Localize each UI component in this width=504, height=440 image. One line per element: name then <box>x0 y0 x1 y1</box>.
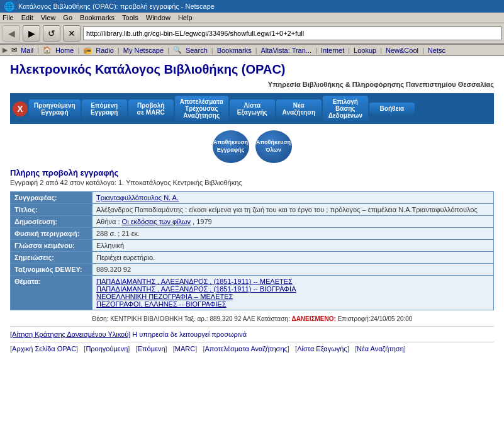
divider: | <box>77 47 79 54</box>
stop-button[interactable]: ✕ <box>63 25 81 42</box>
subject-link-1[interactable]: ΠΑΠΑΔΙΑΜΑΝΤΗΣ , ΑΛΕΞΑΝΔΡΟΣ , (1851-1911)… <box>96 278 490 285</box>
field-value-subjects: ΠΑΠΑΔΙΑΜΑΝΤΗΣ , ΑΛΕΞΑΝΔΡΟΣ , (1851-1911)… <box>92 276 494 310</box>
link-home[interactable]: Home <box>55 47 74 54</box>
nav-export[interactable]: Λίστα Εξαγωγής <box>230 99 275 118</box>
links-bar: ▶ ✉ Mail | 🏠 Home | 📻 Radio | My Netscap… <box>0 45 504 56</box>
status-section: Θέση: ΚΕΝΤΡΙΚΗ ΒΙΒΛΙΟΘΗΚΗ Ταξ. αρ.: 889.… <box>10 315 494 322</box>
field-label-physical: Φυσική περιγραφή: <box>11 228 92 240</box>
forward-button[interactable]: ▶ <box>23 25 40 42</box>
link-mynetscape[interactable]: My Netscape <box>123 47 164 54</box>
loan-section: [Αίτηση Κράτησης Δανεισμένου Υλικού] Η υ… <box>10 330 494 338</box>
loan-link[interactable]: [Αίτηση Κράτησης Δανεισμένου Υλικού] <box>10 330 130 338</box>
link-bookmarks[interactable]: Bookmarks <box>217 47 252 54</box>
reload-button[interactable]: ↺ <box>43 25 60 42</box>
bracket-close4: ] <box>195 345 197 353</box>
title-bar: 🌐 Κατάλογος Βιβλιοθήκης (OPAC): προβολή … <box>0 0 504 13</box>
subject-link-2[interactable]: ΠΑΠΑΔΙΑΜΑΝΤΗΣ , ΑΛΕΞΑΝΔΡΟΣ , (1851-1911)… <box>96 285 490 293</box>
divider: | <box>315 47 317 54</box>
nav-previous[interactable]: Προηγούμενη Εγγραφή <box>29 99 81 118</box>
nav-close-button[interactable]: X <box>13 101 28 116</box>
field-value-title: Αλέξανδρος Παπαδιαμάντης : είκοσι κείμεν… <box>92 204 494 216</box>
bottom-link-prev[interactable]: Προηγούμενη <box>86 345 128 353</box>
bracket-close5: ] <box>288 345 289 353</box>
link-lookup[interactable]: Lookup <box>354 47 376 54</box>
table-row: Συγγραφέας: Τριανταφυλλόπουλος Ν. Α. <box>11 192 494 204</box>
link-radio[interactable]: Radio <box>96 47 114 54</box>
nav-next[interactable]: Επόμενη Εγγραφή <box>82 99 127 118</box>
pub-prefix: Αθήνα : <box>96 218 122 225</box>
nav-new-search[interactable]: Νέα Αναζήτηση <box>276 99 322 118</box>
bottom-link-results[interactable]: Αποτελέσματα Αναζήτησης <box>205 345 288 353</box>
save-buttons-container: Αποθήκευση Εγγραφής Αποθήκευση Όλων <box>10 130 494 163</box>
menu-edit[interactable]: Edit <box>21 14 33 21</box>
divider: | <box>380 47 382 54</box>
table-row: Τίτλος: Αλέξανδρος Παπαδιαμάντης : είκοσ… <box>11 204 494 216</box>
save-record-button[interactable]: Αποθήκευση Εγγραφής <box>213 130 249 163</box>
loan-description: Η υπηρεσία δε λειτουργεί προσωρινά <box>132 330 247 338</box>
save-all-button[interactable]: Αποθήκευση Όλων <box>255 130 292 163</box>
author-link[interactable]: Τριανταφυλλόπουλος Ν. Α. <box>96 194 179 201</box>
divider: | <box>348 47 350 54</box>
bottom-links: [Αρχική Σελίδα OPAC] [Προηγούμενη] [Επόμ… <box>10 345 494 353</box>
menu-window[interactable]: Window <box>146 14 171 21</box>
field-label-title: Τίτλος: <box>11 204 92 216</box>
divider: | <box>118 47 120 54</box>
link-newcool[interactable]: New&Cool <box>386 47 418 54</box>
field-value-notes: Περιέχει ευρετήριο. <box>92 252 494 264</box>
nav-marc[interactable]: Προβολή σε MARC <box>128 99 174 118</box>
link-mail[interactable]: Mail <box>21 47 33 54</box>
home-icon: 🏠 <box>43 46 52 54</box>
table-row: Γλώσσα κειμένου: Ελληνική <box>11 240 494 252</box>
search-icon: 🔍 <box>173 46 182 54</box>
menu-tools[interactable]: Tools <box>122 14 138 21</box>
publisher-link[interactable]: Οι εκδόσεις των φίλων <box>122 218 191 225</box>
menu-view[interactable]: View <box>41 14 56 21</box>
menu-file[interactable]: File <box>3 14 14 21</box>
section-title: Πλήρης προβολή εγγραφής <box>10 168 494 178</box>
menu-go[interactable]: Go <box>63 14 72 21</box>
app-icon: 🌐 <box>4 1 14 11</box>
nav-database[interactable]: Επιλογή Βάσης Δεδομένων <box>323 96 368 121</box>
page-subtitle: Υπηρεσία Βιβλιοθήκης & Πληροφόρησης Πανε… <box>10 81 494 88</box>
link-altavista[interactable]: AltaVista: Tran... <box>261 47 312 54</box>
bottom-link-export[interactable]: Λίστα Εξαγωγής <box>297 345 347 353</box>
toolbar: ◀ ▶ ↺ ✕ <box>0 23 504 45</box>
divider-line-2 <box>10 342 494 342</box>
link-search[interactable]: Search <box>186 47 208 54</box>
table-row: Θέματα: ΠΑΠΑΔΙΑΜΑΝΤΗΣ , ΑΛΕΞΑΝΔΡΟΣ , (18… <box>11 276 494 310</box>
status-prefix: Θέση: ΚΕΝΤΡΙΚΗ ΒΙΒΛΙΟΘΗΚΗ Ταξ. αρ.: 889.… <box>92 315 290 322</box>
field-value-dewey: 889.320 92 <box>92 264 494 276</box>
field-value-publication: Αθήνα : Οι εκδόσεις των φίλων , 1979 <box>92 216 494 228</box>
window-title: Κατάλογος Βιβλιοθήκης (OPAC): προβολή εγ… <box>18 3 215 10</box>
link-netsc[interactable]: Netsc <box>428 47 445 54</box>
record-table: Συγγραφέας: Τριανταφυλλόπουλος Ν. Α. Τίτ… <box>10 191 494 310</box>
field-label-author: Συγγραφέας: <box>11 192 92 204</box>
divider: | <box>255 47 257 54</box>
table-row: Φυσική περιγραφή: 288 σ. ; 21 εκ. <box>11 228 494 240</box>
bottom-link-next[interactable]: Επόμενη <box>138 345 165 353</box>
bottom-link-new-search[interactable]: Νέα Αναζήτηση <box>357 345 404 353</box>
menu-help[interactable]: Help <box>178 14 193 21</box>
field-label-subjects: Θέματα: <box>11 276 92 310</box>
nav-help[interactable]: Βοήθεια <box>369 103 415 115</box>
subject-link-3[interactable]: ΝΕΟΕΛΛΗΝΙΚΗ ΠΕΖΟΓΡΑΦΙΑ -- ΜΕΛΕΤΕΣ <box>96 293 490 300</box>
bottom-link-opac[interactable]: Αρχική Σελίδα OPAC <box>12 345 76 353</box>
status-value: ΔΑΝΕΙΣΜΕΝΟ: <box>291 315 335 322</box>
bottom-link-marc[interactable]: MARC <box>175 345 195 353</box>
divider: | <box>37 47 39 54</box>
link-internet[interactable]: Internet <box>321 47 344 54</box>
bracket-close6: ] <box>347 345 349 353</box>
record-info: Εγγραφή 2 από 42 στον κατάλογο: 1. Υποκα… <box>10 179 494 186</box>
nav-results[interactable]: Αποτελέσματα Τρέχουσας Αναζήτησης <box>175 96 228 121</box>
mail-icon: ✉ <box>11 46 17 54</box>
subject-link-4[interactable]: ΠΕΖΟΓΡΑΦΟΙ, ΕΛΛΗΝΕΣ -- ΒΙΟΓΡΑΦΙΕΣ <box>96 300 490 308</box>
field-value-language: Ελληνική <box>92 240 494 252</box>
status-suffix: Επιστροφή:24/10/05 20:00 <box>338 315 413 322</box>
field-value-physical: 288 σ. ; 21 εκ. <box>92 228 494 240</box>
menu-bookmarks[interactable]: Bookmarks <box>80 14 115 21</box>
back-button[interactable]: ◀ <box>3 25 20 42</box>
table-row: Ταξινομικός DEWEY: 889.320 92 <box>11 264 494 276</box>
radio-icon: 📻 <box>83 46 92 54</box>
page-content: Ηλεκτρονικός Κατάλογος Βιβλιοθήκης (OPAC… <box>0 56 504 361</box>
address-input[interactable] <box>83 26 501 40</box>
